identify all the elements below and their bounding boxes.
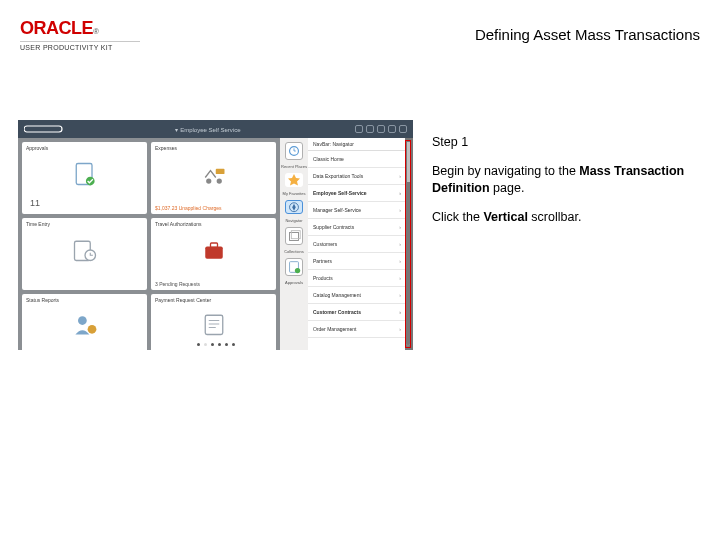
logo-subtitle: USER PRODUCTIVITY KIT: [20, 44, 140, 51]
svg-rect-12: [205, 315, 223, 334]
oracle-app-logo: [24, 124, 64, 134]
navbar-icon[interactable]: [399, 125, 407, 133]
chevron-right-icon: ›: [399, 173, 401, 179]
favorites-label: My Favorites: [283, 191, 306, 196]
navigator-list: NavBar: Navigator Classic Home Data Expo…: [308, 138, 405, 350]
navbar-side: Recent Places My Favorites Navigator Col…: [280, 138, 308, 350]
svg-point-21: [295, 268, 300, 273]
nav-item[interactable]: Customers›: [308, 236, 405, 253]
tile-status-reports[interactable]: Status Reports: [22, 294, 147, 350]
svg-rect-8: [205, 247, 223, 259]
chevron-right-icon: ›: [399, 258, 401, 264]
instruction-line-1: Begin by navigating to the Mass Transact…: [432, 163, 702, 197]
notifications-icon[interactable]: [377, 125, 385, 133]
tile-approvals[interactable]: Approvals 11: [22, 142, 147, 214]
chevron-right-icon: ›: [399, 224, 401, 230]
chevron-right-icon: ›: [399, 292, 401, 298]
invoice-icon: [200, 310, 228, 338]
instruction-panel: Step 1 Begin by navigating to the Mass T…: [432, 134, 702, 238]
svg-point-11: [87, 325, 96, 334]
navbar-panel: Recent Places My Favorites Navigator Col…: [280, 138, 405, 350]
briefcase-icon: [200, 236, 228, 264]
nav-item[interactable]: Manager Self-Service›: [308, 202, 405, 219]
search-icon[interactable]: [366, 125, 374, 133]
nav-item[interactable]: Data Exportation Tools›: [308, 168, 405, 185]
nav-item[interactable]: Classic Home: [308, 151, 405, 168]
person-gear-icon: [71, 310, 99, 338]
chevron-right-icon: ›: [399, 241, 401, 247]
svg-point-4: [206, 179, 211, 184]
tile-grid: Approvals 11 Expenses $1,037.23 Unapplie…: [18, 138, 280, 350]
nav-item[interactable]: Catalog Management›: [308, 287, 405, 304]
nav-item[interactable]: Supplier Contracts›: [308, 219, 405, 236]
oracle-logo-block: ORACLE® USER PRODUCTIVITY KIT: [20, 18, 140, 51]
svg-rect-3: [215, 169, 224, 174]
tile-travel-auth[interactable]: Travel Authorizations 3 Pending Requests: [151, 218, 276, 290]
navigator-icon[interactable]: [285, 200, 303, 214]
svg-rect-18: [290, 232, 299, 240]
recent-places-label: Recent Places: [281, 164, 307, 169]
chevron-right-icon: ›: [399, 326, 401, 332]
document-title: Defining Asset Mass Transactions: [475, 26, 700, 43]
favorites-icon[interactable]: [285, 173, 303, 187]
svg-rect-9: [210, 243, 217, 247]
nav-item[interactable]: Order Management›: [308, 321, 405, 338]
navigator-title: NavBar: Navigator: [308, 138, 405, 151]
collections-label: Collections: [284, 249, 304, 254]
app-top-bar: ▾ Employee Self Service: [18, 120, 413, 138]
approvals-icon[interactable]: [285, 258, 303, 276]
tile-time-entry[interactable]: Time Entry: [22, 218, 147, 290]
chevron-right-icon: ›: [399, 207, 401, 213]
recent-places-icon[interactable]: [285, 142, 303, 160]
chevron-right-icon: ›: [399, 190, 401, 196]
nav-item[interactable]: Employee Self-Service›: [308, 185, 405, 202]
clock-form-icon: [71, 236, 99, 264]
chevron-right-icon: ›: [399, 309, 401, 315]
home-icon[interactable]: [355, 125, 363, 133]
nav-item[interactable]: Partners›: [308, 253, 405, 270]
logo-rule: [20, 41, 140, 42]
app-screenshot: ▾ Employee Self Service Approvals 11 Exp…: [18, 120, 413, 350]
nav-item[interactable]: Products›: [308, 270, 405, 287]
nav-item[interactable]: Customer Contracts›: [308, 304, 405, 321]
menu-icon[interactable]: [388, 125, 396, 133]
chevron-right-icon: ›: [399, 275, 401, 281]
expenses-icon: [200, 160, 228, 188]
instruction-line-2: Click the Vertical scrollbar.: [432, 209, 702, 226]
svg-point-5: [216, 179, 221, 184]
approvals-label: Approvals: [285, 280, 303, 285]
collections-icon[interactable]: [285, 227, 303, 245]
step-label: Step 1: [432, 134, 702, 151]
page-dots[interactable]: [197, 343, 235, 346]
workspace-title[interactable]: ▾ Employee Self Service: [64, 126, 352, 133]
svg-rect-0: [24, 126, 62, 132]
navigator-label: Navigator: [285, 218, 302, 223]
tile-expenses[interactable]: Expenses $1,037.23 Unapplied Charges: [151, 142, 276, 214]
clipboard-check-icon: [71, 160, 99, 188]
svg-point-10: [78, 316, 87, 325]
trademark: ®: [93, 27, 99, 36]
scrollbar-highlight[interactable]: [405, 140, 411, 348]
oracle-logo: ORACLE: [20, 18, 93, 38]
tile-payment-request[interactable]: Payment Request Center: [151, 294, 276, 350]
